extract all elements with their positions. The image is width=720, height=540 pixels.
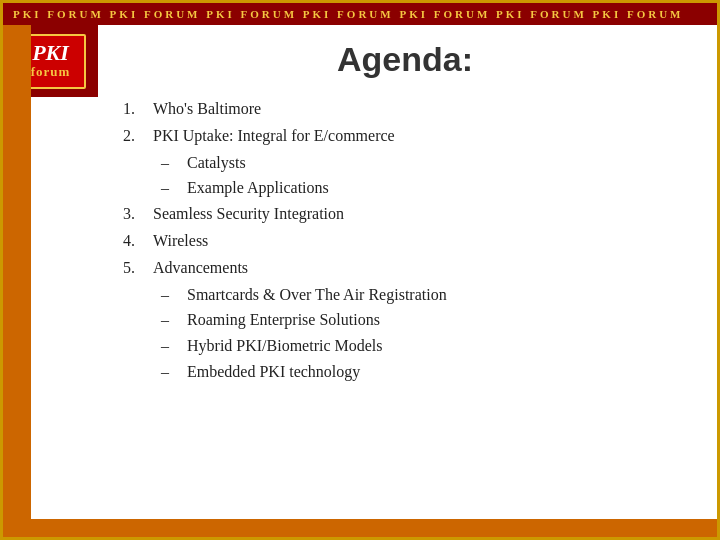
sub-item-text: Hybrid PKI/Biometric Models xyxy=(187,334,383,359)
list-item: 1.Who's Baltimore xyxy=(123,97,687,122)
sub-item-text: Example Applications xyxy=(187,176,329,201)
list-item: 2.PKI Uptake: Integral for E/commerce xyxy=(123,124,687,149)
sub-dash: – xyxy=(161,283,179,308)
bottom-bar xyxy=(3,519,717,537)
list-item: 4.Wireless xyxy=(123,229,687,254)
sub-item-text: Catalysts xyxy=(187,151,246,176)
top-banner: PKI FORUM PKI FORUM PKI FORUM PKI FORUM … xyxy=(3,3,717,25)
sub-list-item: –Example Applications xyxy=(161,176,687,201)
logo-pki-text: PKI xyxy=(32,42,69,64)
item-number: 2. xyxy=(123,124,145,149)
list-item: 5.Advancements xyxy=(123,256,687,281)
slide-title: Agenda: xyxy=(123,40,687,79)
sub-list-item: –Smartcards & Over The Air Registration xyxy=(161,283,687,308)
banner-text: PKI FORUM PKI FORUM PKI FORUM PKI FORUM … xyxy=(13,8,683,20)
item-text: Seamless Security Integration xyxy=(153,202,344,227)
item-text: PKI Uptake: Integral for E/commerce xyxy=(153,124,395,149)
item-number: 3. xyxy=(123,202,145,227)
sub-list-item: –Embedded PKI technology xyxy=(161,360,687,385)
list-item: 3.Seamless Security Integration xyxy=(123,202,687,227)
left-sidebar xyxy=(3,25,31,519)
logo-forum-text: forum xyxy=(31,64,71,80)
agenda-list: 1.Who's Baltimore2.PKI Uptake: Integral … xyxy=(123,97,687,385)
item-text: Advancements xyxy=(153,256,248,281)
item-text: Who's Baltimore xyxy=(153,97,261,122)
sub-item-text: Roaming Enterprise Solutions xyxy=(187,308,380,333)
item-number: 4. xyxy=(123,229,145,254)
sub-dash: – xyxy=(161,176,179,201)
sub-item-text: Embedded PKI technology xyxy=(187,360,360,385)
sub-list-item: –Catalysts xyxy=(161,151,687,176)
item-number: 5. xyxy=(123,256,145,281)
slide-container: PKI FORUM PKI FORUM PKI FORUM PKI FORUM … xyxy=(0,0,720,540)
sub-dash: – xyxy=(161,308,179,333)
sub-list-item: –Hybrid PKI/Biometric Models xyxy=(161,334,687,359)
sub-dash: – xyxy=(161,360,179,385)
content-area: Agenda: 1.Who's Baltimore2.PKI Uptake: I… xyxy=(98,25,717,519)
item-text: Wireless xyxy=(153,229,208,254)
sub-item-text: Smartcards & Over The Air Registration xyxy=(187,283,447,308)
sub-dash: – xyxy=(161,151,179,176)
item-number: 1. xyxy=(123,97,145,122)
sub-dash: – xyxy=(161,334,179,359)
sub-list-item: –Roaming Enterprise Solutions xyxy=(161,308,687,333)
